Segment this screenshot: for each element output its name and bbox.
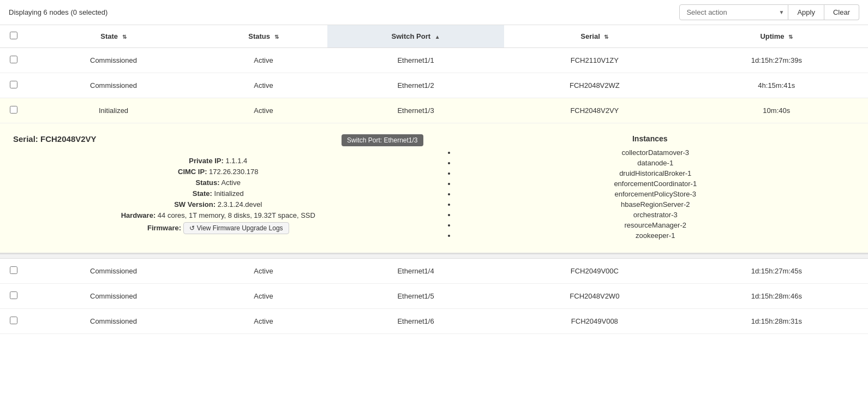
instance-item: resourceManager-2	[456, 221, 855, 229]
row-state: Commissioned	[27, 48, 200, 73]
row-state: Commissioned	[27, 73, 200, 98]
row-state: Commissioned	[27, 309, 200, 334]
row-checkbox[interactable]	[10, 56, 17, 63]
nodes-table: State ⇅ Status ⇅ Switch Port ▲ Serial ⇅ …	[0, 25, 868, 334]
detail-field: CIMC IP: 172.26.230.178	[13, 168, 423, 176]
firmware-label: Firmware:	[147, 224, 181, 232]
col-header-state[interactable]: State ⇅	[27, 25, 200, 48]
serial-sort-icon: ⇅	[604, 34, 608, 40]
row-uptime: 4h:15m:41s	[685, 73, 868, 98]
firmware-btn-label: View Firmware Upgrade Logs	[197, 224, 283, 232]
field-value: 44 cores, 1T memory, 8 disks, 19.32T spa…	[158, 211, 315, 219]
field-label: CIMC IP:	[178, 168, 207, 176]
col-header-switch-port[interactable]: Switch Port ▲	[327, 25, 504, 48]
detail-field: Status: Active	[13, 178, 423, 187]
select-action-dropdown[interactable]: Select action	[679, 4, 788, 20]
select-all-checkbox[interactable]	[10, 32, 17, 39]
instance-item: hbaseRegionServer-2	[456, 200, 855, 208]
table-row: Commissioned Active Ethernet1/6 FCH2049V…	[0, 309, 868, 334]
field-label: SW Version:	[174, 200, 215, 208]
action-controls: Select action ▼ Apply Clear	[679, 4, 859, 20]
separator-cell	[0, 254, 868, 259]
row-uptime: 1d:15h:28m:46s	[685, 284, 868, 309]
row-status: Active	[200, 98, 327, 123]
row-switch-port: Ethernet1/2	[327, 73, 504, 98]
row-state: Commissioned	[27, 259, 200, 284]
field-label: Status:	[196, 178, 220, 187]
instance-item: enforcementPolicyStore-3	[456, 190, 855, 198]
row-uptime: 1d:15h:28m:31s	[685, 309, 868, 334]
instance-item: collectorDatamover-3	[456, 148, 855, 157]
row-status: Active	[200, 259, 327, 284]
detail-left: Serial: FCH2048V2VY Switch Port: Etherne…	[13, 134, 423, 242]
col-header-status-label: Status	[248, 32, 270, 40]
field-value: 2.3.1.24.devel	[218, 200, 262, 208]
row-switch-port: Ethernet1/3	[327, 98, 504, 123]
row-switch-port: Ethernet1/5	[327, 284, 504, 309]
row-switch-port: Ethernet1/6	[327, 309, 504, 334]
row-checkbox[interactable]	[10, 106, 17, 114]
separator-row	[0, 254, 868, 259]
row-uptime: 10m:40s	[685, 98, 868, 123]
switch-port-sort-icon: ▲	[435, 34, 440, 40]
instance-item: datanode-1	[456, 159, 855, 167]
row-checkbox[interactable]	[10, 81, 17, 88]
row-state: Commissioned	[27, 284, 200, 309]
row-checkbox-cell[interactable]	[0, 73, 27, 98]
apply-button[interactable]: Apply	[788, 4, 824, 20]
row-state: Initialized	[27, 98, 200, 123]
detail-field: Hardware: 44 cores, 1T memory, 8 disks, …	[13, 211, 423, 219]
top-bar: Displaying 6 nodes (0 selected) Select a…	[0, 0, 868, 25]
switch-port-badge: Switch Port: Ethernet1/3	[342, 134, 423, 146]
clear-button[interactable]: Clear	[824, 4, 859, 20]
col-header-status[interactable]: Status ⇅	[200, 25, 327, 48]
row-checkbox-cell[interactable]	[0, 48, 27, 73]
field-value: Initialized	[214, 189, 244, 198]
row-status: Active	[200, 48, 327, 73]
status-sort-icon: ⇅	[274, 34, 279, 40]
display-count: Displaying 6 nodes (0 selected)	[9, 8, 107, 16]
instance-item: enforcementCoordinator-1	[456, 180, 855, 188]
row-uptime: 1d:15h:27m:45s	[685, 259, 868, 284]
row-serial: FCH2048V2WZ	[504, 73, 685, 98]
field-label: Hardware:	[121, 211, 156, 219]
field-value: 172.26.230.178	[209, 168, 258, 176]
row-checkbox-cell[interactable]	[0, 98, 27, 123]
table-row: Commissioned Active Ethernet1/5 FCH2048V…	[0, 284, 868, 309]
firmware-field: Firmware: ↺ View Firmware Upgrade Logs	[13, 222, 423, 234]
uptime-sort-icon: ⇅	[788, 34, 793, 40]
col-header-switch-port-label: Switch Port	[392, 32, 431, 40]
col-header-uptime[interactable]: Uptime ⇅	[685, 25, 868, 48]
field-value: 1.1.1.4	[225, 157, 247, 165]
row-checkbox-cell[interactable]	[0, 284, 27, 309]
row-checkbox-cell[interactable]	[0, 309, 27, 334]
table-row: Commissioned Active Ethernet1/4 FCH2049V…	[0, 259, 868, 284]
reload-icon: ↺	[189, 224, 195, 232]
table-row: Commissioned Active Ethernet1/2 FCH2048V…	[0, 73, 868, 98]
detail-field: SW Version: 2.3.1.24.devel	[13, 200, 423, 208]
row-serial: FCH2048V2W0	[504, 284, 685, 309]
row-checkbox[interactable]	[10, 317, 17, 324]
field-label: State:	[193, 189, 212, 198]
row-status: Active	[200, 309, 327, 334]
row-serial: FCH2110V1ZY	[504, 48, 685, 73]
col-header-checkbox[interactable]	[0, 25, 27, 48]
detail-top: Serial: FCH2048V2VY Switch Port: Etherne…	[13, 134, 423, 150]
col-header-state-label: State	[100, 32, 118, 40]
row-checkbox[interactable]	[10, 266, 17, 274]
detail-field: Private IP: 1.1.1.4	[13, 157, 423, 165]
detail-serial-title: Serial: FCH2048V2VY	[13, 134, 97, 144]
instance-item: zookeeper-1	[456, 231, 855, 240]
row-checkbox[interactable]	[10, 291, 17, 299]
row-status: Active	[200, 73, 327, 98]
field-value: Active	[222, 178, 241, 187]
row-status: Active	[200, 284, 327, 309]
select-action-wrapper: Select action ▼	[679, 4, 788, 20]
row-serial: FCH2048V2VY	[504, 98, 685, 123]
row-serial: FCH2049V008	[504, 309, 685, 334]
col-header-serial[interactable]: Serial ⇅	[504, 25, 685, 48]
table-row: Commissioned Active Ethernet1/1 FCH2110V…	[0, 48, 868, 73]
firmware-logs-button[interactable]: ↺ View Firmware Upgrade Logs	[183, 222, 289, 234]
instance-item: druidHistoricalBroker-1	[456, 169, 855, 177]
row-checkbox-cell[interactable]	[0, 259, 27, 284]
